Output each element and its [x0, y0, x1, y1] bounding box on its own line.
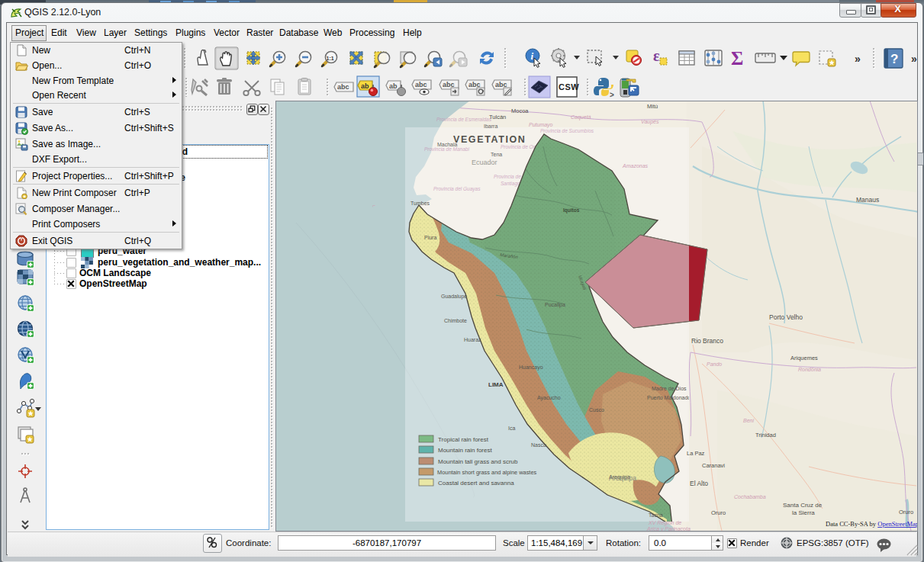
svg-text:?: ?	[890, 52, 898, 66]
svg-text:Beni: Beni	[743, 418, 754, 423]
svg-text:Data CC-By-SA by OpenStreetMap: Data CC-By-SA by OpenStreetMap	[826, 520, 917, 528]
svg-text:CSW: CSW	[559, 82, 579, 92]
svg-text:Madre de Dios: Madre de Dios	[652, 386, 687, 391]
svg-text:Arequipa: Arequipa	[609, 474, 636, 482]
svg-text:Rio Branco: Rio Branco	[691, 337, 723, 345]
svg-text:>: >	[610, 91, 614, 99]
svg-text:Huancayo: Huancayo	[519, 364, 543, 371]
svg-text:VEGETATION: VEGETATION	[453, 134, 526, 145]
svg-text:Mountain tall grass and scrub: Mountain tall grass and scrub	[438, 458, 518, 465]
svg-text:Piura: Piura	[424, 235, 436, 240]
svg-text:Mocoa: Mocoa	[511, 108, 529, 114]
svg-text:Iquitos: Iquitos	[563, 207, 580, 214]
svg-text:Putumayo: Putumayo	[529, 122, 553, 128]
svg-text:la Sierra: la Sierra	[792, 509, 815, 516]
svg-text:Mountain short grass and alpin: Mountain short grass and alpine wastes	[437, 469, 537, 476]
svg-text:Guadalupe: Guadalupe	[441, 294, 467, 300]
svg-text:Mountain rain forest: Mountain rain forest	[438, 447, 492, 454]
svg-text:Pucallpa: Pucallpa	[545, 302, 565, 308]
svg-text:Provincia del Guayas: Provincia del Guayas	[433, 186, 481, 192]
svg-text:Coastal desert and savanna: Coastal desert and savanna	[438, 480, 514, 487]
svg-text:ε: ε	[653, 47, 660, 64]
svg-text:»: »	[855, 53, 861, 65]
svg-text:Cusco: Cusco	[589, 407, 604, 413]
svg-text:Provincia de Esmeraldas: Provincia de Esmeraldas	[436, 117, 492, 122]
svg-text:Tumbes: Tumbes	[410, 201, 430, 206]
svg-text:Caquetá: Caquetá	[571, 114, 591, 120]
svg-text:Ecuador: Ecuador	[472, 159, 497, 166]
svg-text:Trinidad: Trinidad	[755, 432, 776, 438]
svg-text:La Paz: La Paz	[687, 450, 705, 457]
svg-text:Cochabamba: Cochabamba	[734, 494, 766, 499]
svg-text:⌐: ⌐	[372, 203, 375, 208]
svg-text:Arica y Parinacota: Arica y Parinacota	[646, 526, 691, 531]
svg-text:Mitú: Mitú	[647, 103, 658, 110]
svg-text:Pando: Pando	[707, 361, 722, 367]
svg-text:Huaraz: Huaraz	[464, 337, 481, 342]
svg-text:Ibarra: Ibarra	[484, 124, 497, 129]
svg-text:Rondônia: Rondônia	[798, 367, 821, 372]
svg-text:Puerto Maldonado: Puerto Maldonado	[647, 395, 691, 400]
svg-text:Tena: Tena	[491, 152, 502, 157]
svg-text:LIMA: LIMA	[488, 381, 504, 388]
svg-text:Santa Cruz de: Santa Cruz de	[783, 502, 823, 509]
svg-text:Porto Velho: Porto Velho	[769, 313, 803, 321]
svg-text:»: »	[911, 53, 917, 65]
svg-text:Tulcán: Tulcán	[489, 114, 506, 120]
svg-text:ab: ab	[361, 82, 369, 90]
svg-text:Provincia de Manabi: Provincia de Manabi	[424, 146, 469, 152]
svg-text:Ayacucho: Ayacucho	[537, 395, 561, 401]
svg-text:Nasca: Nasca	[531, 442, 546, 448]
svg-text:Chimbote: Chimbote	[444, 318, 467, 323]
svg-text:Oruro: Oruro	[711, 509, 726, 516]
svg-text:Σ: Σ	[731, 48, 743, 69]
svg-text:Vaupés: Vaupés	[641, 119, 659, 125]
svg-text:Tropical rain forest: Tropical rain forest	[438, 436, 489, 443]
svg-text:El Alto: El Alto	[690, 480, 708, 487]
svg-text:ab: ab	[389, 82, 398, 90]
svg-text:Caranavi: Caranavi	[702, 462, 725, 469]
svg-text:Ariquemes: Ariquemes	[790, 355, 818, 361]
svg-text:1:1: 1:1	[327, 56, 334, 61]
svg-text:Manaus: Manaus	[856, 196, 879, 204]
svg-text:i: i	[530, 50, 533, 62]
svg-text:Ica: Ica	[508, 426, 515, 431]
svg-text:Santiago: Santiago	[501, 181, 520, 187]
svg-text:Amazonas: Amazonas	[622, 163, 649, 169]
svg-text:Provincia de Sucumbíos: Provincia de Sucumbíos	[540, 128, 594, 133]
svg-text:XV Región de: XV Región de	[648, 520, 681, 526]
svg-text:Tacna: Tacna	[649, 512, 663, 518]
svg-text:Oruro: Oruro	[899, 509, 913, 515]
